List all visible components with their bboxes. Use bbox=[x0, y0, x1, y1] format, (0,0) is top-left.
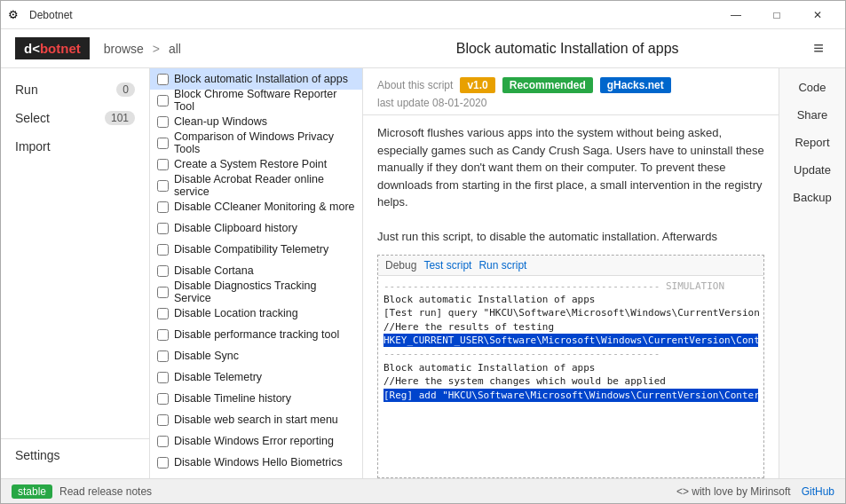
list-item-checkbox[interactable] bbox=[157, 244, 169, 256]
list-item-label: Disable Location tracking bbox=[174, 307, 298, 319]
debug-line: [Reg] add "HKCU\Software\Microsoft\Windo… bbox=[383, 389, 758, 402]
list-item[interactable]: Block Chrome Software Reporter Tool bbox=[150, 90, 362, 111]
header: d<botnet browse > all Block automatic In… bbox=[1, 29, 845, 68]
debug-label: Debug bbox=[385, 259, 416, 272]
debug-line: Block automatic Installation of apps bbox=[383, 361, 758, 374]
run-script-link[interactable]: Run script bbox=[478, 259, 526, 272]
list-item-checkbox[interactable] bbox=[157, 159, 169, 170]
right-sidebar-share-button[interactable]: Share bbox=[784, 103, 841, 127]
app-icon: ⚙ bbox=[8, 8, 22, 22]
list-item[interactable]: Clean-up Windows bbox=[150, 111, 362, 132]
list-item-checkbox[interactable] bbox=[157, 372, 169, 383]
list-item-checkbox[interactable] bbox=[157, 95, 169, 106]
list-item[interactable]: Disable Sync bbox=[150, 345, 362, 366]
list-item-label: Disable Clipboard history bbox=[174, 222, 297, 234]
list-item-checkbox[interactable] bbox=[157, 393, 169, 405]
list-item[interactable]: Disable CCleaner Monitoring & more bbox=[150, 196, 362, 217]
list-item[interactable]: Disable Windows Hello Biometrics bbox=[150, 452, 362, 473]
script-list-panel: Block automatic Installation of appsBloc… bbox=[150, 68, 363, 478]
list-item-label: Clean-up Windows bbox=[174, 115, 267, 128]
titlebar-left: ⚙ Debotnet bbox=[8, 8, 73, 22]
list-item-label: Disable Telemetry bbox=[174, 371, 262, 383]
test-script-link[interactable]: Test script bbox=[423, 259, 471, 272]
list-item-label: Disable Cortana bbox=[174, 264, 254, 277]
list-item-label: Create a System Restore Point bbox=[174, 158, 327, 170]
ghacks-badge[interactable]: gHacks.net bbox=[600, 77, 671, 93]
list-item[interactable]: Disable Telemetry bbox=[150, 366, 362, 388]
right-sidebar-update-button[interactable]: Update bbox=[784, 158, 841, 182]
minimize-button[interactable]: — bbox=[716, 1, 756, 29]
debug-line: ----------------------------------------… bbox=[383, 280, 758, 293]
sidebar-spacer bbox=[1, 161, 149, 438]
maximize-button[interactable]: □ bbox=[756, 1, 797, 29]
sidebar-item-run[interactable]: Run 0 bbox=[1, 75, 149, 104]
debug-body: ----------------------------------------… bbox=[378, 276, 763, 478]
statusbar-left: stable Read release notes bbox=[12, 484, 152, 499]
github-link[interactable]: GitHub bbox=[802, 485, 834, 498]
list-item-checkbox[interactable] bbox=[157, 116, 169, 128]
breadcrumb-browse[interactable]: browse bbox=[104, 42, 144, 56]
hamburger-menu[interactable]: ≡ bbox=[806, 38, 831, 59]
version-badge: v1.0 bbox=[460, 77, 494, 93]
sidebar-select-label: Select bbox=[15, 111, 50, 125]
list-item-checkbox[interactable] bbox=[157, 350, 169, 362]
list-item-checkbox[interactable] bbox=[157, 201, 169, 213]
sidebar-item-select[interactable]: Select 101 bbox=[1, 104, 149, 132]
list-item[interactable]: Create a System Restore Point bbox=[150, 154, 362, 175]
debug-section: Debug Test script Run script -----------… bbox=[377, 255, 764, 479]
debug-line: //Here the results of testing bbox=[383, 320, 758, 334]
list-item[interactable]: Disable Timeline history bbox=[150, 388, 362, 409]
sidebar-settings[interactable]: Settings bbox=[1, 438, 149, 471]
debug-header: Debug Test script Run script bbox=[378, 256, 763, 276]
statusbar: stable Read release notes <> with love b… bbox=[1, 478, 845, 503]
list-item-checkbox[interactable] bbox=[157, 436, 169, 447]
list-item[interactable]: Disable performance tracking tool bbox=[150, 324, 362, 345]
list-item-checkbox[interactable] bbox=[157, 74, 169, 85]
breadcrumb-all[interactable]: all bbox=[169, 42, 181, 56]
breadcrumb-separator: > bbox=[153, 42, 163, 56]
list-item-checkbox[interactable] bbox=[157, 414, 169, 426]
debug-line: HKEY_CURRENT_USER\Software\Microsoft\Win… bbox=[383, 334, 758, 347]
list-item-checkbox[interactable] bbox=[157, 138, 169, 149]
list-item-checkbox[interactable] bbox=[157, 180, 169, 192]
script-date: last update 08-01-2020 bbox=[377, 97, 764, 109]
list-item[interactable]: Disable Acrobat Reader online service bbox=[150, 175, 362, 196]
list-item[interactable]: Disable web search in start menu bbox=[150, 409, 362, 430]
main-area: Run 0 Select 101 Import Settings Block a… bbox=[1, 68, 845, 478]
titlebar-controls: — □ ✕ bbox=[716, 1, 838, 29]
list-item[interactable]: Disable Diagnostics Tracking Service bbox=[150, 281, 362, 303]
list-item[interactable]: Comparison of Windows Privacy Tools bbox=[150, 132, 362, 154]
right-sidebar: CodeShareReportUpdateBackup bbox=[779, 68, 845, 478]
content-panel: About this script v1.0 Recommended gHack… bbox=[363, 68, 779, 478]
right-sidebar-code-button[interactable]: Code bbox=[784, 75, 841, 99]
love-text: <> with love by Mirinsoft bbox=[676, 485, 791, 498]
list-item-checkbox[interactable] bbox=[157, 223, 169, 234]
main-window: ⚙ Debotnet — □ ✕ d<botnet browse > all B… bbox=[0, 0, 846, 504]
list-item-label: Disable CCleaner Monitoring & more bbox=[174, 201, 355, 213]
release-notes-text[interactable]: Read release notes bbox=[59, 485, 152, 498]
list-item[interactable]: Disable Clipboard history bbox=[150, 217, 362, 239]
script-about-label: About this script bbox=[377, 79, 453, 91]
script-title-row: About this script v1.0 Recommended gHack… bbox=[377, 77, 764, 93]
script-description: Microsoft flushes various apps into the … bbox=[363, 115, 779, 255]
list-item[interactable]: Block automatic Installation of apps bbox=[150, 68, 362, 90]
list-item[interactable]: Disable Location tracking bbox=[150, 303, 362, 324]
sidebar-run-label: Run bbox=[15, 83, 38, 97]
list-item-label: Disable Sync bbox=[174, 350, 239, 362]
list-item[interactable]: Disable Windows Error reporting bbox=[150, 430, 362, 452]
list-item-checkbox[interactable] bbox=[157, 287, 169, 298]
list-item-checkbox[interactable] bbox=[157, 265, 169, 277]
sidebar-item-import[interactable]: Import bbox=[1, 132, 149, 161]
list-item-label: Disable Windows Error reporting bbox=[174, 435, 334, 447]
list-item[interactable]: Disable Compatibility Telemetry bbox=[150, 239, 362, 260]
sidebar-run-badge: 0 bbox=[116, 83, 135, 97]
right-sidebar-backup-button[interactable]: Backup bbox=[784, 185, 841, 209]
right-sidebar-report-button[interactable]: Report bbox=[784, 130, 841, 154]
recommended-badge: Recommended bbox=[502, 77, 593, 93]
list-item-checkbox[interactable] bbox=[157, 457, 169, 469]
statusbar-right: <> with love by Mirinsoft GitHub bbox=[676, 485, 834, 498]
close-button[interactable]: ✕ bbox=[797, 1, 838, 29]
list-item-checkbox[interactable] bbox=[157, 329, 169, 341]
list-item-checkbox[interactable] bbox=[157, 308, 169, 319]
list-item[interactable]: Disable Cortana bbox=[150, 260, 362, 281]
